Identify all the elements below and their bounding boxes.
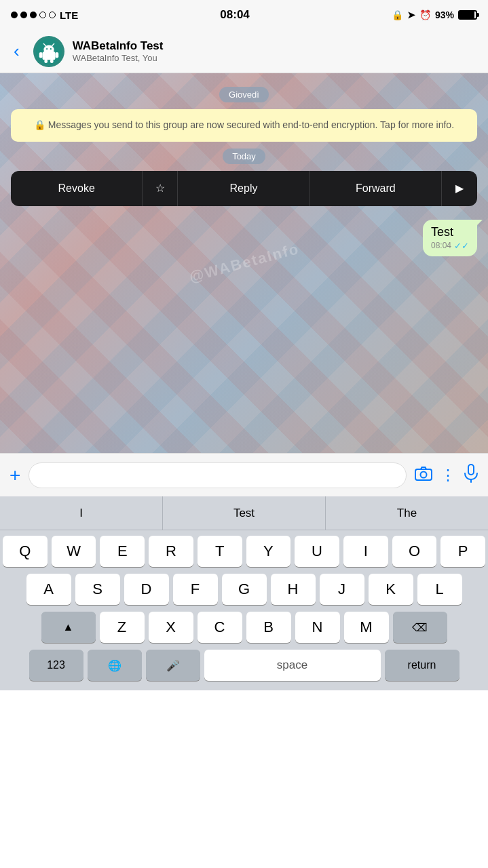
mic-button[interactable] [464, 464, 478, 487]
key-y[interactable]: Y [246, 536, 291, 567]
plus-button[interactable]: + [10, 465, 20, 486]
svg-rect-11 [415, 469, 432, 480]
dot4 [39, 12, 46, 18]
svg-rect-9 [44, 59, 48, 63]
ctx-forward[interactable]: Forward [310, 171, 442, 206]
keyboard-row-2: A S D F G H J K L [3, 574, 485, 605]
nav-bar: ‹ WABetaInfo Test WABetaInfo Test, You [0, 30, 488, 73]
key-z[interactable]: Z [100, 612, 145, 643]
dot1 [11, 12, 18, 18]
keyboard: Q W E R T Y U I O P A S D F G H J K L ▲ … [0, 530, 488, 690]
ctx-revoke[interactable]: Revoke [11, 171, 143, 206]
battery-percent: 93% [435, 9, 454, 20]
keyboard-row-3: ▲ Z X C B N M ⌫ [3, 612, 485, 643]
key-g[interactable]: G [222, 574, 267, 605]
camera-button[interactable] [415, 466, 432, 485]
svg-rect-7 [39, 52, 42, 58]
predictive-bar: I Test The [0, 496, 488, 530]
alarm-icon: ⏰ [419, 9, 431, 20]
message-text: Test [431, 225, 469, 239]
key-b[interactable]: B [246, 612, 291, 643]
key-e[interactable]: E [100, 536, 145, 567]
ctx-more[interactable]: ▶ [442, 171, 477, 206]
key-w[interactable]: W [52, 536, 96, 567]
backspace-key[interactable]: ⌫ [393, 612, 447, 643]
key-i[interactable]: I [343, 536, 388, 567]
nav-subtitle: WABetaInfo Test, You [73, 53, 480, 63]
svg-rect-10 [50, 59, 54, 63]
key-d[interactable]: D [124, 574, 169, 605]
key-f[interactable]: F [173, 574, 218, 605]
chat-content: Giovedì 🔒 Messages you send to this grou… [0, 73, 488, 267]
nav-title: WABetaInfo Test [73, 39, 480, 53]
key-c[interactable]: C [198, 612, 242, 643]
dictation-key[interactable]: 🎤 [146, 650, 200, 681]
spacer [11, 210, 477, 217]
pred-item-0[interactable]: I [0, 496, 163, 530]
shift-key[interactable]: ▲ [41, 612, 96, 643]
key-u[interactable]: U [295, 536, 339, 567]
numbers-key[interactable]: 123 [29, 650, 83, 681]
avatar [33, 36, 64, 67]
chat-area: @WABetaInfo Giovedì 🔒 Messages you send … [0, 73, 488, 453]
message-time: 08:04 [431, 241, 451, 250]
dot5 [49, 12, 56, 18]
key-x[interactable]: X [149, 612, 193, 643]
key-s[interactable]: S [75, 574, 120, 605]
key-p[interactable]: P [440, 536, 485, 567]
input-bar: + ⋮ [0, 453, 488, 496]
svg-point-12 [421, 471, 427, 477]
svg-rect-13 [468, 465, 474, 475]
battery-fill [459, 12, 474, 18]
location-icon: ➤ [407, 9, 415, 20]
key-h[interactable]: H [271, 574, 316, 605]
more-options-button[interactable]: ⋮ [440, 467, 455, 484]
ctx-star[interactable]: ☆ [143, 171, 178, 206]
lock-icon: 🔒 [392, 9, 403, 20]
carrier-label: LTE [60, 9, 78, 21]
message-input[interactable] [29, 462, 407, 488]
date-badge-giovedi-label: Giovedì [219, 87, 269, 102]
dot3 [30, 12, 37, 18]
signal-dots [11, 12, 56, 18]
status-time: 08:04 [220, 8, 249, 22]
status-right: 🔒 ➤ ⏰ 93% [392, 9, 477, 20]
key-k[interactable]: K [369, 574, 413, 605]
nav-info: WABetaInfo Test WABetaInfo Test, You [73, 39, 480, 63]
key-n[interactable]: N [295, 612, 340, 643]
date-badge-today-label: Today [223, 149, 265, 164]
key-q[interactable]: Q [3, 536, 48, 567]
key-t[interactable]: T [198, 536, 242, 567]
status-bar: LTE 08:04 🔒 ➤ ⏰ 93% [0, 0, 488, 30]
pred-item-1[interactable]: Test [163, 496, 326, 530]
pred-item-2[interactable]: The [326, 496, 488, 530]
date-badge-today: Today [11, 149, 477, 164]
message-bubble: Test 08:04 ✓✓ [423, 220, 477, 256]
context-menu: Revoke ☆ Reply Forward ▶ [11, 171, 477, 206]
key-j[interactable]: J [320, 574, 364, 605]
status-left: LTE [11, 9, 78, 21]
key-m[interactable]: M [344, 612, 389, 643]
encryption-notice[interactable]: 🔒 Messages you send to this group are no… [11, 109, 477, 142]
svg-point-3 [46, 48, 48, 50]
svg-rect-8 [55, 52, 58, 58]
message-row: Test 08:04 ✓✓ [11, 220, 477, 256]
date-badge-giovedi: Giovedì [11, 87, 477, 102]
ctx-reply[interactable]: Reply [178, 171, 309, 206]
message-meta: 08:04 ✓✓ [431, 241, 469, 251]
battery-icon [458, 10, 477, 20]
return-key[interactable]: return [385, 650, 459, 681]
globe-key[interactable]: 🌐 [88, 650, 142, 681]
space-key[interactable]: space [204, 650, 381, 681]
keyboard-row-1: Q W E R T Y U I O P [3, 536, 485, 567]
keyboard-row-4: 123 🌐 🎤 space return [3, 650, 485, 681]
key-o[interactable]: O [392, 536, 437, 567]
key-l[interactable]: L [417, 574, 462, 605]
back-button[interactable]: ‹ [8, 38, 25, 64]
key-a[interactable]: A [26, 574, 71, 605]
dot2 [20, 12, 27, 18]
svg-point-4 [50, 48, 51, 50]
read-receipt-icon: ✓✓ [454, 241, 469, 251]
svg-point-2 [43, 45, 54, 54]
key-r[interactable]: R [149, 536, 193, 567]
